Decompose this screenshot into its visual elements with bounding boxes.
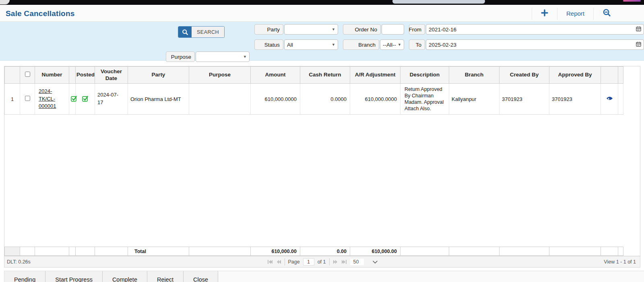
chrome-accent-fragment [623,0,641,2]
order-no-field: Order No [343,24,404,35]
party-select[interactable]: ▼ [284,24,338,35]
page-of-label: of 1 [318,259,326,265]
search-button[interactable]: SEARCH [178,26,225,38]
to-date-field: To 2025-02-23 [409,39,644,50]
prev-page-icon[interactable] [276,259,281,264]
view-range-info: View 1 - 1 of 1 [604,259,636,265]
tab-complete[interactable]: Complete [103,271,147,282]
row-index: 1 [5,84,20,115]
party-cell: Orion Pharma Ltd-MT [128,84,189,115]
purpose-cell [189,84,251,115]
col-number[interactable]: Number [35,67,69,84]
col-ar-adjustment[interactable]: A/R Adjustment [350,67,400,84]
last-page-icon[interactable] [341,259,347,264]
next-page-icon[interactable] [333,259,338,264]
col-actions [601,67,618,84]
branch-cell: Kallyanpur [449,84,500,115]
search-button-label: SEARCH [192,27,224,37]
number-cell: 2024-TK/CL-000001 [35,84,69,115]
view-action-cell [601,84,618,115]
status-label: Status [254,39,283,50]
col-description[interactable]: Description [400,67,449,84]
col-cash-return[interactable]: Cash Return [300,67,350,84]
tab-close[interactable]: Close [184,271,218,282]
col-spare [618,67,623,84]
search-icon [178,27,192,37]
eye-icon[interactable] [606,96,613,102]
approved-by-cell: 3701923 [549,84,601,115]
amount-cell: 610,000.0000 [251,84,300,115]
status-field: Status All ▼ [254,39,338,50]
to-date-input[interactable]: 2025-02-23 [426,39,644,50]
page-size-select[interactable]: 50 [350,259,364,265]
order-no-input-wrap [382,24,404,35]
party-field: Party ▼ [254,24,338,35]
pager-divider [284,258,285,266]
from-label: From [409,24,425,35]
col-posted[interactable]: Posted [76,67,95,84]
chrome-corner-fragment [0,0,10,4]
description-cell: Return Approved By Chairman Madam. Appro… [400,84,449,115]
calendar-icon[interactable] [636,41,641,48]
col-branch[interactable]: Branch [449,67,500,84]
chevron-down-icon: ▼ [332,43,335,47]
total-label: Total [128,247,189,256]
chevron-down-icon: ▼ [243,55,247,59]
col-created-by[interactable]: Created By [500,67,549,84]
filter-panel: Party ▼ Order No From 2021-02-16 [0,22,644,61]
col-party[interactable]: Party [128,67,189,84]
table-row: 1 2024-TK/CL-000001 2024-07-17 [5,84,623,115]
calendar-icon[interactable] [636,26,641,33]
col-approved [69,67,76,84]
tab-pending[interactable]: Pending [4,271,45,282]
zoom-out-icon [603,8,611,19]
order-no-label: Order No [343,24,381,35]
purpose-label: Purpose [166,51,195,62]
grid-empty-area [5,115,623,247]
branch-select[interactable]: --All-- ▼ [380,39,404,50]
collapse-search-button[interactable] [594,6,620,22]
sale-cancellations-grid: Number Posted Voucher Date Party Purpose… [4,66,640,268]
branch-field: Branch --All-- ▼ [343,39,404,50]
status-tab-bar: Pending Start Progress Complete Reject C… [4,271,644,282]
grid-total-row: Total 610,000.00 0.00 610,000.00 [5,247,623,256]
add-button[interactable] [532,6,557,22]
cash-return-cell: 0.0000 [300,84,350,115]
title-bar: Sale Cancellations Report [0,5,644,22]
col-amount[interactable]: Amount [251,67,300,84]
created-by-cell: 3701923 [500,84,549,115]
total-cash-return: 0.00 [300,247,350,256]
select-all-header [20,67,35,84]
tab-reject[interactable]: Reject [147,271,184,282]
purpose-select[interactable]: ▼ [196,51,250,62]
voucher-date-cell: 2024-07-17 [95,84,128,115]
col-purpose[interactable]: Purpose [189,67,251,84]
report-button[interactable]: Report [557,6,593,22]
from-date-field: From 2021-02-16 [409,24,644,35]
grid-header-row: Number Posted Voucher Date Party Purpose… [5,67,623,84]
status-select[interactable]: All ▼ [284,39,338,50]
col-voucher-date[interactable]: Voucher Date [95,67,128,84]
select-all-checkbox[interactable] [25,72,30,77]
col-approved-by[interactable]: Approved By [549,67,601,84]
party-label: Party [254,24,283,35]
browser-chrome-strip [0,0,644,5]
chevron-down-icon: ▼ [332,27,335,31]
approved-check-icon [71,97,77,103]
approved-cell [69,84,76,115]
to-label: To [409,39,425,50]
order-no-input[interactable] [384,25,401,34]
posted-cell [76,84,95,115]
chrome-address-pill [392,0,485,4]
row-select-cell [20,84,35,115]
tab-start-progress[interactable]: Start Progress [45,271,103,282]
from-date-input[interactable]: 2021-02-16 [426,24,644,35]
page-title: Sale Cancellations [6,9,75,18]
voucher-number-link[interactable]: 2024-TK/CL-000001 [39,88,61,111]
dlt-timer: DLT: 0.26s [7,259,31,265]
chevron-down-icon[interactable] [373,259,378,265]
row-checkbox[interactable] [25,96,30,101]
rownum-header [5,67,20,84]
page-input[interactable] [303,258,314,266]
first-page-icon[interactable] [267,259,272,264]
